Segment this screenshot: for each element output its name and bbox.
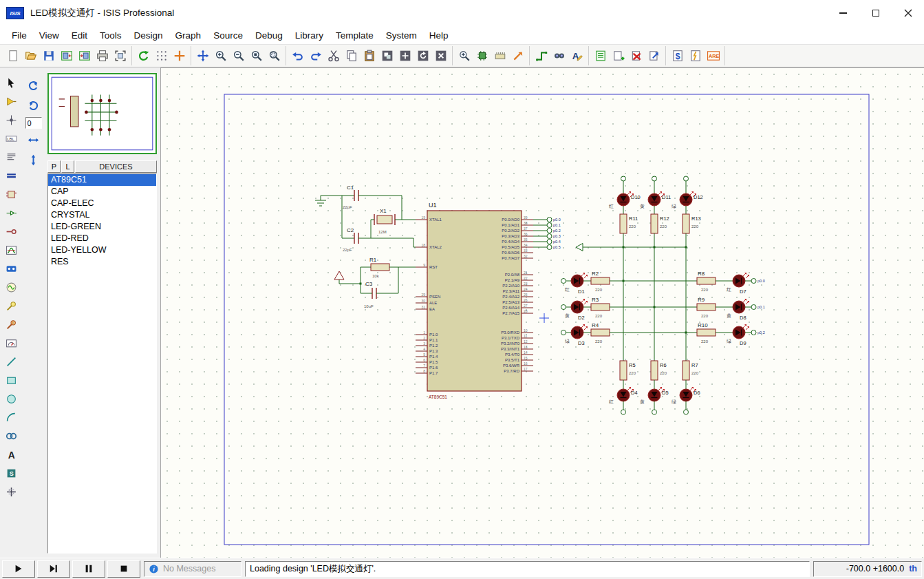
mark-output-area-button[interactable] xyxy=(111,48,129,65)
zoom-area-button[interactable] xyxy=(266,48,283,65)
generator-mode-button[interactable] xyxy=(3,279,20,296)
stop-button[interactable] xyxy=(107,560,140,578)
device-item-led-red[interactable]: LED-RED xyxy=(48,233,156,244)
decompose-button[interactable] xyxy=(509,48,526,65)
info-icon: i xyxy=(149,564,159,574)
2d-text-mode-button[interactable]: A xyxy=(3,446,20,463)
make-device-button[interactable] xyxy=(473,48,491,65)
minimize-button[interactable] xyxy=(827,0,859,26)
menu-library[interactable]: Library xyxy=(289,28,330,43)
redraw-button[interactable] xyxy=(135,48,152,65)
2d-markers-mode-button[interactable] xyxy=(3,483,20,501)
device-item-led-green[interactable]: LED-GREEN xyxy=(48,221,156,233)
device-item-at89c51[interactable]: AT89C51 xyxy=(48,174,156,186)
component-mode-button[interactable] xyxy=(3,93,20,110)
packaging-tool-button[interactable] xyxy=(491,48,508,65)
buses-mode-button[interactable] xyxy=(3,167,20,185)
tape-recorder-mode-button[interactable] xyxy=(3,260,20,277)
text-script-mode-button[interactable] xyxy=(3,149,20,166)
voltage-probe-mode-button[interactable] xyxy=(3,297,20,315)
menu-view[interactable]: View xyxy=(33,28,65,43)
goto-sheet-button[interactable] xyxy=(645,48,663,65)
selection-mode-button[interactable] xyxy=(3,74,20,92)
2d-circle-mode-button[interactable] xyxy=(3,390,20,408)
graph-mode-button[interactable] xyxy=(3,242,20,259)
device-item-crystal[interactable]: CRYSTAL xyxy=(48,209,156,221)
rotate-cw-button[interactable] xyxy=(25,77,42,94)
block-delete-button[interactable] xyxy=(432,48,449,65)
cut-button[interactable] xyxy=(325,48,342,65)
open-design-button[interactable] xyxy=(22,48,39,65)
run-button[interactable] xyxy=(2,560,35,578)
pick-device-button[interactable]: P xyxy=(47,160,61,173)
wire-autorouter-button[interactable] xyxy=(533,48,550,65)
wire-label-mode-button[interactable]: LBL xyxy=(3,130,20,147)
property-assignment-button[interactable]: A xyxy=(568,48,585,65)
new-design-button[interactable] xyxy=(4,48,21,65)
menu-help[interactable]: Help xyxy=(423,28,455,43)
center-at-cursor-button[interactable] xyxy=(194,48,211,65)
design-explorer-button[interactable] xyxy=(592,48,609,65)
menu-file[interactable]: File xyxy=(6,28,33,43)
2d-box-mode-button[interactable] xyxy=(3,372,20,389)
menu-template[interactable]: Template xyxy=(330,28,380,43)
toggle-grid-button[interactable] xyxy=(153,48,170,65)
paste-button[interactable] xyxy=(361,48,378,65)
device-item-cap-elec[interactable]: CAP-ELEC xyxy=(48,198,156,209)
export-section-button[interactable] xyxy=(76,48,93,65)
menu-design[interactable]: Design xyxy=(128,28,169,43)
electrical-rule-check-button[interactable] xyxy=(687,48,704,65)
block-copy-button[interactable] xyxy=(378,48,396,65)
block-move-button[interactable] xyxy=(396,48,413,65)
bill-of-materials-icon: $ xyxy=(671,50,684,62)
2d-line-mode-button[interactable] xyxy=(3,353,20,370)
step-button[interactable] xyxy=(37,560,70,578)
menu-debug[interactable]: Debug xyxy=(249,28,289,43)
import-section-button[interactable] xyxy=(58,48,75,65)
svg-text:38: 38 xyxy=(524,221,528,225)
2d-arc-mode-button[interactable] xyxy=(3,409,20,426)
subcircuit-mode-button[interactable] xyxy=(3,186,20,203)
new-sheet-button[interactable] xyxy=(610,48,627,65)
zoom-out-button[interactable] xyxy=(230,48,247,65)
close-button[interactable] xyxy=(892,0,924,26)
terminals-mode-button[interactable] xyxy=(3,204,20,222)
pause-button[interactable] xyxy=(72,560,105,578)
rotate-ccw-button[interactable] xyxy=(25,97,42,114)
overview-window[interactable] xyxy=(47,73,157,154)
save-design-button[interactable] xyxy=(40,48,57,65)
junction-dot-mode-button[interactable] xyxy=(3,112,20,129)
search-tag-button[interactable] xyxy=(550,48,568,65)
device-item-res[interactable]: RES xyxy=(48,256,156,268)
zoom-in-button[interactable] xyxy=(212,48,229,65)
print-design-button[interactable] xyxy=(94,48,111,65)
zoom-all-button[interactable] xyxy=(248,48,265,65)
virtual-instruments-mode-button[interactable] xyxy=(3,335,20,352)
menu-graph[interactable]: Graph xyxy=(169,28,208,43)
2d-symbol-mode-button[interactable]: S xyxy=(3,465,20,482)
netlist-to-ares-button[interactable]: ARES xyxy=(705,48,722,65)
library-manager-button[interactable]: L xyxy=(61,160,74,173)
mirror-v-button[interactable] xyxy=(25,151,42,169)
mirror-h-button[interactable] xyxy=(25,131,42,149)
toggle-false-origin-button[interactable] xyxy=(171,48,188,65)
bill-of-materials-button[interactable]: $ xyxy=(669,48,686,65)
device-pins-mode-button[interactable] xyxy=(3,223,20,240)
menu-tools[interactable]: Tools xyxy=(94,28,128,43)
menu-system[interactable]: System xyxy=(380,28,423,43)
rotation-angle-input[interactable] xyxy=(25,117,42,129)
device-item-cap[interactable]: CAP xyxy=(48,186,156,198)
schematic-canvas[interactable]: U1AT89C5119XTAL118XTAL29RST29PSEN30ALE31… xyxy=(160,67,924,558)
redo-button[interactable] xyxy=(307,48,324,65)
2d-path-mode-button[interactable] xyxy=(3,428,20,445)
undo-button[interactable] xyxy=(289,48,306,65)
current-probe-mode-button[interactable]: I xyxy=(3,316,20,333)
copy-button[interactable] xyxy=(343,48,360,65)
menu-source[interactable]: Source xyxy=(207,28,249,43)
maximize-button[interactable] xyxy=(859,0,892,26)
device-item-led-yellow[interactable]: LED-YELLOW xyxy=(48,244,156,256)
remove-sheet-button[interactable] xyxy=(627,48,645,65)
menu-edit[interactable]: Edit xyxy=(65,28,94,43)
pick-devices-button[interactable] xyxy=(455,48,473,65)
block-rotate-button[interactable] xyxy=(414,48,431,65)
